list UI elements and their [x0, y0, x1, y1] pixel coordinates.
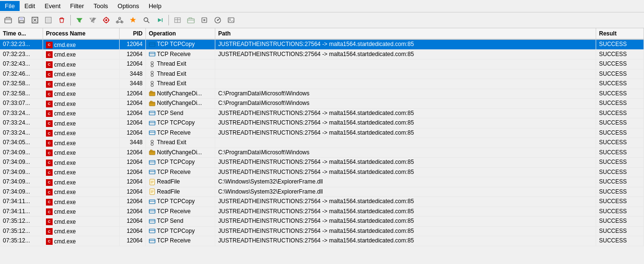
open-button[interactable] — [2, 14, 14, 26]
cell-time: 07:34:09... — [0, 187, 43, 197]
table-row[interactable]: 07:34:09... Ccmd.exe 12064 TCP Receive J… — [0, 168, 644, 178]
process-icon: C — [46, 208, 53, 215]
table-row[interactable]: 07:34:11... Ccmd.exe 12064 TCP TCPCopy J… — [0, 197, 644, 207]
col-path[interactable]: Path — [215, 28, 596, 39]
target-button[interactable] — [100, 14, 112, 26]
process-icon: C — [46, 61, 53, 68]
svg-point-43 — [151, 84, 154, 86]
highlight-button[interactable] — [42, 14, 55, 26]
table-row[interactable]: 07:32:23... Ccmd.exe 12064 TCP Receive J… — [0, 50, 644, 60]
cell-operation: Thread Exit — [146, 138, 215, 148]
table-row[interactable]: 07:33:24... Ccmd.exe 12064 TCP TCPCopy J… — [0, 118, 644, 128]
save-button[interactable] — [15, 14, 28, 26]
col-pid[interactable]: PID — [120, 28, 146, 39]
svg-rect-47 — [149, 111, 155, 115]
svg-rect-75 — [149, 229, 155, 233]
cell-path — [215, 138, 596, 148]
cell-path: JUSTREADTHEINSTRUCTIONS:27564 -> malta15… — [215, 128, 596, 138]
cell-operation: TCP Receive — [146, 168, 215, 177]
process-icon: C — [46, 169, 53, 176]
cell-pid: 12064 — [120, 207, 146, 217]
table-row[interactable]: 07:33:07... Ccmd.exe 12064 NotifyChangeD… — [0, 99, 644, 109]
svg-rect-0 — [5, 18, 11, 23]
menu-options[interactable]: Options — [113, 1, 144, 11]
table-row[interactable]: 07:34:09... Ccmd.exe 12064 TCP TCPCopy J… — [0, 158, 644, 168]
jump-button[interactable] — [154, 14, 166, 26]
table-row[interactable]: 07:32:58... Ccmd.exe 12064 NotifyChangeD… — [0, 89, 644, 99]
menu-filter[interactable]: Filter — [66, 1, 89, 11]
cell-operation: TCP Receive — [146, 50, 215, 59]
cell-process: Ccmd.exe — [43, 89, 120, 99]
expand-button[interactable] — [29, 14, 41, 26]
cell-result: SUCCESS — [596, 118, 644, 128]
table-row[interactable]: 07:32:46... Ccmd.exe 3448 Thread Exit SU… — [0, 69, 644, 80]
svg-point-39 — [151, 71, 154, 74]
event-button[interactable] — [127, 14, 139, 26]
cell-time: 07:32:58... — [0, 89, 43, 99]
cell-operation: Thread Exit — [146, 69, 215, 79]
svg-point-13 — [119, 17, 121, 19]
cell-operation: Thread Exit — [146, 59, 215, 69]
cell-path: C:\ProgramData\Microsoft\Windows — [215, 89, 596, 99]
sep1 — [70, 15, 71, 25]
cell-result: SUCCESS — [596, 227, 644, 236]
col-result[interactable]: Result — [596, 28, 644, 39]
table-row[interactable]: 07:35:12... Ccmd.exe 12064 TCP Send JUST… — [0, 217, 644, 227]
cell-operation: TCP Receive — [146, 236, 215, 246]
cell-process: Ccmd.exe — [43, 59, 120, 69]
network-button[interactable] — [113, 14, 126, 26]
table-row[interactable]: 07:34:09... Ccmd.exe 12064 ReadFile C:\W… — [0, 187, 644, 197]
filesystem-button[interactable] — [185, 14, 197, 26]
cell-pid: 12064 — [120, 89, 146, 99]
delete-button[interactable] — [56, 14, 68, 26]
cell-operation: TCP Receive — [146, 207, 215, 217]
table-row[interactable]: 07:33:24... Ccmd.exe 12064 TCP Receive J… — [0, 128, 644, 138]
edit-filter-button[interactable] — [87, 14, 99, 26]
process-button[interactable] — [198, 14, 211, 26]
table-row[interactable]: 07:34:11... Ccmd.exe 12064 TCP Receive J… — [0, 207, 644, 217]
sep2 — [168, 15, 169, 25]
cell-pid: 12064 — [120, 177, 146, 187]
profiling-button[interactable] — [211, 14, 224, 26]
cell-time: 07:32:46... — [0, 69, 43, 79]
cell-operation: NotifyChangeDi... — [146, 89, 215, 99]
cell-result: SUCCESS — [596, 168, 644, 177]
table-row[interactable]: 07:34:09... Ccmd.exe 12064 ReadFile C:\W… — [0, 177, 644, 187]
col-process[interactable]: Process Name — [43, 28, 120, 39]
cell-operation: Thread Exit — [146, 79, 215, 89]
filter-button[interactable] — [73, 14, 86, 26]
table-row[interactable]: 07:34:05... Ccmd.exe 3448 Thread Exit SU… — [0, 138, 644, 148]
cell-operation: TCP TCPCopy — [146, 227, 215, 236]
image-button[interactable] — [225, 14, 237, 26]
svg-line-16 — [117, 19, 120, 21]
registry-button[interactable] — [171, 14, 184, 26]
menu-file[interactable]: File — [0, 1, 20, 11]
cell-process: Ccmd.exe — [43, 187, 120, 197]
table-row[interactable]: 07:33:24... Ccmd.exe 12064 TCP Send JUST… — [0, 109, 644, 119]
table-row[interactable]: 07:32:58... Ccmd.exe 3448 Thread Exit SU… — [0, 79, 644, 89]
cell-process: Ccmd.exe — [43, 50, 120, 59]
process-icon: C — [46, 189, 53, 195]
cell-pid: 12064 — [120, 217, 146, 226]
menu-edit[interactable]: Edit — [20, 1, 40, 11]
cell-result: SUCCESS — [596, 99, 644, 108]
menu-event[interactable]: Event — [40, 1, 65, 11]
cell-pid: 12064 — [120, 148, 146, 158]
col-time[interactable]: Time o... — [0, 28, 43, 39]
cell-path — [215, 79, 596, 89]
cell-process: Ccmd.exe — [43, 158, 120, 167]
col-operation[interactable]: Operation — [146, 28, 215, 39]
find-button[interactable] — [140, 14, 153, 26]
cell-process: Ccmd.exe — [43, 217, 120, 226]
svg-rect-2 — [20, 17, 23, 20]
svg-point-40 — [151, 74, 154, 77]
cell-pid: 3448 — [120, 69, 146, 79]
table-row[interactable]: 07:32:43... Ccmd.exe 12064 Thread Exit S… — [0, 59, 644, 69]
process-icon: C — [46, 120, 53, 127]
table-row[interactable]: 07:34:09... Ccmd.exe 12064 NotifyChangeD… — [0, 148, 644, 158]
menu-help[interactable]: Help — [144, 1, 167, 11]
table-row[interactable]: 07:32:23... Ccmd.exe 12064 TCP TCPCopy J… — [0, 40, 644, 50]
table-row[interactable]: 07:35:12... Ccmd.exe 12064 TCP TCPCopy J… — [0, 227, 644, 237]
table-row[interactable]: 07:35:12... Ccmd.exe 12064 TCP Receive J… — [0, 236, 644, 246]
menu-tools[interactable]: Tools — [89, 1, 113, 11]
